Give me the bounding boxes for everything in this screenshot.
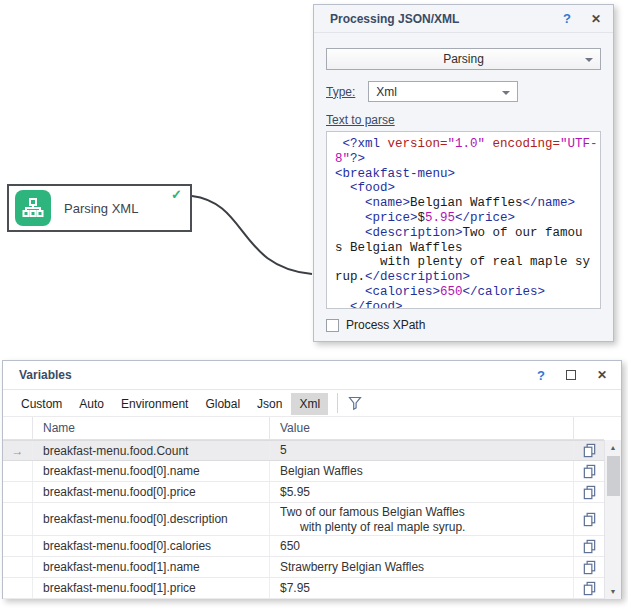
xml-line: <description>Two of our famou [335, 226, 600, 241]
tab-xml[interactable]: Xml [291, 393, 328, 415]
xml-line: <price>$5.95</price> [335, 211, 600, 226]
table-row[interactable]: breakfast-menu.food[0].calories650 [3, 536, 604, 557]
table-row[interactable]: breakfast-menu.food[1].nameStrawberry Be… [3, 557, 604, 578]
copy-icon[interactable] [574, 536, 604, 556]
variable-value: Strawberry Belgian Waffles [270, 557, 574, 577]
xml-line: <food> [335, 181, 600, 196]
variable-value: $5.95 [270, 482, 574, 502]
vertical-scrollbar[interactable]: ▲ ▼ [604, 440, 621, 599]
xml-line: with plenty of real maple sy [335, 255, 600, 270]
tab-custom[interactable]: Custom [13, 393, 70, 415]
selected-row-marker-icon [3, 482, 33, 502]
xml-line: rup.</description> [335, 270, 600, 285]
scroll-down-icon[interactable]: ▼ [605, 584, 621, 599]
variables-title: Variables [19, 368, 537, 382]
processing-dialog: Processing JSON/XML ? ✕ Parsing Type: Xm… [313, 4, 614, 342]
variable-name: breakfast-menu.food[0].calories [33, 536, 270, 556]
copy-icon[interactable] [574, 557, 604, 577]
text-to-parse-area[interactable]: <?xml version="1.0" encoding="UTF-8"?><b… [326, 131, 601, 309]
xml-line: <calories>650</calories> [335, 285, 600, 300]
hierarchy-icon [15, 190, 51, 226]
selected-row-marker-icon: → [3, 441, 33, 460]
variables-table-body: →breakfast-menu.food.Count5breakfast-men… [3, 440, 621, 599]
tab-environment[interactable]: Environment [113, 393, 196, 415]
node-parsing-xml[interactable]: Parsing XML ✓ [7, 184, 192, 232]
text-to-parse-label[interactable]: Text to parse [326, 113, 395, 127]
action-dropdown[interactable]: Parsing [326, 48, 601, 70]
scrollbar-thumb[interactable] [607, 456, 620, 496]
copy-icon[interactable] [574, 461, 604, 481]
process-xpath-checkbox[interactable] [326, 319, 339, 332]
table-row[interactable]: breakfast-menu.food[0].price$5.95 [3, 482, 604, 503]
xml-line: 8"?> [335, 152, 600, 167]
variable-name: breakfast-menu.food[0].name [33, 461, 270, 481]
type-dropdown-value: Xml [376, 85, 397, 99]
help-button[interactable]: ? [537, 368, 545, 383]
tab-separator [337, 393, 338, 413]
type-label[interactable]: Type: [326, 85, 355, 99]
xml-line: <?xml version="1.0" encoding="UTF- [335, 137, 600, 152]
xml-line: s Belgian Waffles [335, 241, 600, 256]
variable-name: breakfast-menu.food[1].name [33, 557, 270, 577]
variable-name: breakfast-menu.food[0].description [33, 503, 270, 535]
variables-table: Name Value →breakfast-menu.food.Count5br… [3, 417, 621, 599]
selected-row-marker-icon [3, 578, 33, 598]
node-label: Parsing XML [64, 201, 138, 216]
copy-icon[interactable] [574, 578, 604, 598]
selected-row-marker-icon [3, 503, 33, 535]
xml-line: <name>Belgian Waffles</name> [335, 196, 600, 211]
table-row[interactable]: breakfast-menu.food[0].nameBelgian Waffl… [3, 461, 604, 482]
header-icon-col [574, 417, 604, 439]
xml-line: </food> [335, 300, 600, 309]
process-xpath-label: Process XPath [346, 318, 425, 332]
type-dropdown[interactable]: Xml [368, 81, 518, 102]
tab-json[interactable]: Json [249, 393, 290, 415]
variable-value: $7.95 [270, 578, 574, 598]
selected-row-marker-icon [3, 536, 33, 556]
table-row[interactable]: →breakfast-menu.food.Count5 [3, 440, 604, 461]
copy-icon[interactable] [574, 503, 604, 535]
variables-tab-bar: CustomAutoEnvironmentGlobalJsonXml [3, 390, 621, 417]
table-row[interactable]: breakfast-menu.food[1].price$7.95 [3, 578, 604, 599]
variable-value: 650 [270, 536, 574, 556]
tab-auto[interactable]: Auto [71, 393, 112, 415]
selected-row-marker-icon [3, 461, 33, 481]
variable-name: breakfast-menu.food.Count [33, 441, 270, 460]
column-header-name[interactable]: Name [33, 417, 270, 439]
column-header-value[interactable]: Value [270, 417, 574, 439]
chevron-down-icon [502, 91, 510, 95]
workflow-canvas: Parsing XML ✓ Processing JSON/XML ? ✕ Pa… [0, 0, 628, 608]
maximize-button[interactable] [566, 370, 576, 380]
dialog-body: Parsing Type: Xml Text to parse <?xml ve… [314, 48, 613, 332]
table-row[interactable]: breakfast-menu.food[0].descriptionTwo of… [3, 503, 604, 536]
close-button[interactable]: ✕ [591, 12, 601, 26]
copy-icon[interactable] [574, 441, 604, 460]
copy-icon[interactable] [574, 482, 604, 502]
variables-titlebar: Variables ? ✕ [3, 361, 621, 390]
xml-line: <breakfast-menu> [335, 167, 600, 182]
success-check-icon: ✓ [171, 187, 182, 202]
variable-value: Belgian Waffles [270, 461, 574, 481]
variable-name: breakfast-menu.food[1].price [33, 578, 270, 598]
header-gutter [3, 417, 33, 439]
filter-icon[interactable] [347, 395, 363, 411]
close-button[interactable]: ✕ [597, 368, 607, 382]
help-button[interactable]: ? [563, 11, 571, 26]
chevron-down-icon [585, 58, 593, 62]
tab-global[interactable]: Global [197, 393, 248, 415]
dialog-titlebar: Processing JSON/XML ? ✕ [314, 5, 613, 33]
variable-name: breakfast-menu.food[0].price [33, 482, 270, 502]
variables-panel: Variables ? ✕ CustomAutoEnvironmentGloba… [2, 360, 622, 599]
action-dropdown-value: Parsing [327, 52, 600, 66]
variable-value: Two of our famous Belgian Waffles with p… [270, 503, 574, 535]
selected-row-marker-icon [3, 557, 33, 577]
dialog-title: Processing JSON/XML [330, 12, 563, 26]
variable-value: 5 [270, 441, 574, 460]
table-header: Name Value [3, 417, 604, 440]
scroll-up-icon[interactable]: ▲ [605, 440, 621, 455]
